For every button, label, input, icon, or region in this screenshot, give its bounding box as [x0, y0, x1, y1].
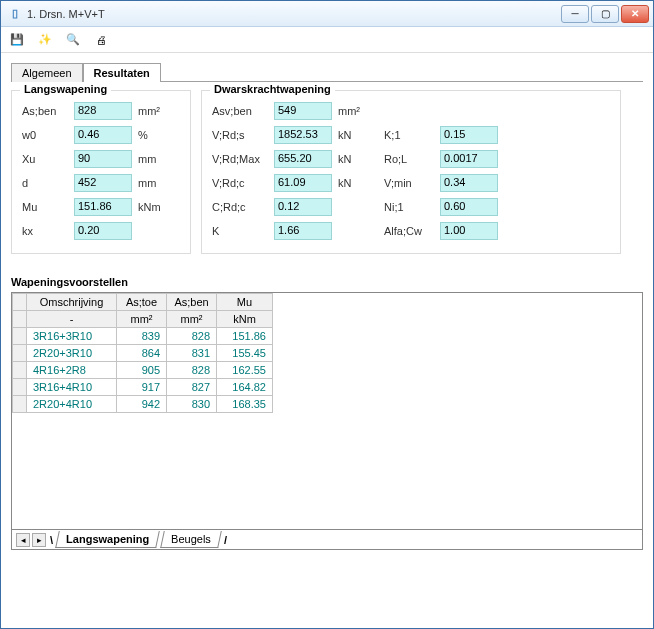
- label-alfacw: Alfa;Cw: [384, 225, 440, 237]
- label-asben: As;ben: [22, 105, 74, 117]
- printer-icon: 🖨: [96, 34, 107, 46]
- toolbar: 💾 ✨ 🔍 🖨: [1, 27, 653, 53]
- table-row[interactable]: 2R20+3R10864831155.45: [13, 345, 273, 362]
- app-icon: ▯: [7, 6, 23, 22]
- sheet-next-button[interactable]: ▸: [32, 533, 46, 547]
- cell-desc[interactable]: 3R16+4R10: [27, 379, 117, 396]
- unit-asben: mm²: [138, 105, 170, 117]
- col-mu[interactable]: Mu: [217, 294, 273, 311]
- unit-asben: mm²: [167, 311, 217, 328]
- row-header[interactable]: [13, 328, 27, 345]
- field-asben[interactable]: 828: [74, 102, 132, 120]
- unit-vrdc: kN: [338, 177, 370, 189]
- cell-mu[interactable]: 162.55: [217, 362, 273, 379]
- app-window: ▯ 1. Drsn. M+V+T ─ ▢ ✕ 💾 ✨ 🔍 🖨 Algemeen …: [0, 0, 654, 629]
- field-crdc[interactable]: 0.12: [274, 198, 332, 216]
- field-w0[interactable]: 0.46: [74, 126, 132, 144]
- wand-icon: ✨: [38, 33, 52, 46]
- label-k1: K;1: [384, 129, 440, 141]
- groupbox-dwarskracht: Dwarskrachtwapening Asv;ben549mm² V;Rd;s…: [201, 90, 621, 254]
- field-ni1[interactable]: 0.60: [440, 198, 498, 216]
- proposals-table[interactable]: Omschrijving As;toe As;ben Mu - mm² mm² …: [12, 293, 273, 413]
- label-xu: Xu: [22, 153, 74, 165]
- save-icon: 💾: [10, 33, 24, 46]
- shear-col-1: Asv;ben549mm² V;Rd;s1852.53kN V;Rd;Max65…: [212, 99, 370, 243]
- label-crdc: C;Rd;c: [212, 201, 274, 213]
- field-rol[interactable]: 0.0017: [440, 150, 498, 168]
- field-k1[interactable]: 0.15: [440, 126, 498, 144]
- minimize-button[interactable]: ─: [561, 5, 589, 23]
- field-asvben[interactable]: 549: [274, 102, 332, 120]
- unit-xu: mm: [138, 153, 170, 165]
- sheet-tab-beugels[interactable]: Beugels: [160, 531, 221, 548]
- cell-mu[interactable]: 155.45: [217, 345, 273, 362]
- content-area: Algemeen Resultaten Langswapening As;ben…: [1, 53, 653, 558]
- close-button[interactable]: ✕: [621, 5, 649, 23]
- field-alfacw[interactable]: 1.00: [440, 222, 498, 240]
- col-asben[interactable]: As;ben: [167, 294, 217, 311]
- unit-vrdmax: kN: [338, 153, 370, 165]
- cell-asben[interactable]: 830: [167, 396, 217, 413]
- label-rol: Ro;L: [384, 153, 440, 165]
- magnifier-icon: 🔍: [66, 33, 80, 46]
- maximize-button[interactable]: ▢: [591, 5, 619, 23]
- label-vmin: V;min: [384, 177, 440, 189]
- table-row[interactable]: 2R20+4R10942830168.35: [13, 396, 273, 413]
- table-row[interactable]: 4R16+2R8905828162.55: [13, 362, 273, 379]
- table-row[interactable]: 3R16+3R10839828151.86: [13, 328, 273, 345]
- cell-astoe[interactable]: 917: [117, 379, 167, 396]
- sheet-tabs: ◂ ▸ \ Langswapening Beugels /: [11, 530, 643, 550]
- field-vrds[interactable]: 1852.53: [274, 126, 332, 144]
- row-header[interactable]: [13, 345, 27, 362]
- field-vrdmax[interactable]: 655.20: [274, 150, 332, 168]
- sheet-tab-langswapening[interactable]: Langswapening: [55, 531, 160, 548]
- cell-mu[interactable]: 151.86: [217, 328, 273, 345]
- cell-mu[interactable]: 168.35: [217, 396, 273, 413]
- field-vmin[interactable]: 0.34: [440, 174, 498, 192]
- cell-astoe[interactable]: 905: [117, 362, 167, 379]
- cell-mu[interactable]: 164.82: [217, 379, 273, 396]
- cell-asben[interactable]: 827: [167, 379, 217, 396]
- cell-astoe[interactable]: 864: [117, 345, 167, 362]
- cell-desc[interactable]: 3R16+3R10: [27, 328, 117, 345]
- field-mu[interactable]: 151.86: [74, 198, 132, 216]
- tab-resultaten[interactable]: Resultaten: [83, 63, 161, 82]
- sheet-prev-button[interactable]: ◂: [16, 533, 30, 547]
- cell-desc[interactable]: 4R16+2R8: [27, 362, 117, 379]
- label-mu: Mu: [22, 201, 74, 213]
- cell-desc[interactable]: 2R20+4R10: [27, 396, 117, 413]
- cell-asben[interactable]: 828: [167, 328, 217, 345]
- cell-asben[interactable]: 828: [167, 362, 217, 379]
- label-vrds: V;Rd;s: [212, 129, 274, 141]
- save-button[interactable]: 💾: [7, 30, 27, 50]
- window-buttons: ─ ▢ ✕: [561, 5, 649, 23]
- window-title: 1. Drsn. M+V+T: [27, 8, 561, 20]
- tab-algemeen[interactable]: Algemeen: [11, 63, 83, 82]
- unit-astoe: mm²: [117, 311, 167, 328]
- titlebar: ▯ 1. Drsn. M+V+T ─ ▢ ✕: [1, 1, 653, 27]
- row-header[interactable]: [13, 379, 27, 396]
- row-header[interactable]: [13, 362, 27, 379]
- label-kx: kx: [22, 225, 74, 237]
- cell-astoe[interactable]: 942: [117, 396, 167, 413]
- cell-astoe[interactable]: 839: [117, 328, 167, 345]
- preview-button[interactable]: 🔍: [63, 30, 83, 50]
- row-header[interactable]: [13, 396, 27, 413]
- unit-d: mm: [138, 177, 170, 189]
- cell-desc[interactable]: 2R20+3R10: [27, 345, 117, 362]
- field-vrdc[interactable]: 61.09: [274, 174, 332, 192]
- table-units-row: - mm² mm² kNm: [13, 311, 273, 328]
- field-xu[interactable]: 90: [74, 150, 132, 168]
- cell-asben[interactable]: 831: [167, 345, 217, 362]
- unit-vrds: kN: [338, 129, 370, 141]
- field-k[interactable]: 1.66: [274, 222, 332, 240]
- field-kx[interactable]: 0.20: [74, 222, 132, 240]
- proposals-table-wrapper: Omschrijving As;toe As;ben Mu - mm² mm² …: [11, 292, 643, 530]
- col-desc[interactable]: Omschrijving: [27, 294, 117, 311]
- col-astoe[interactable]: As;toe: [117, 294, 167, 311]
- wizard-button[interactable]: ✨: [35, 30, 55, 50]
- table-row[interactable]: 3R16+4R10917827164.82: [13, 379, 273, 396]
- field-d[interactable]: 452: [74, 174, 132, 192]
- print-button[interactable]: 🖨: [91, 30, 111, 50]
- unit-mu2: kNm: [217, 311, 273, 328]
